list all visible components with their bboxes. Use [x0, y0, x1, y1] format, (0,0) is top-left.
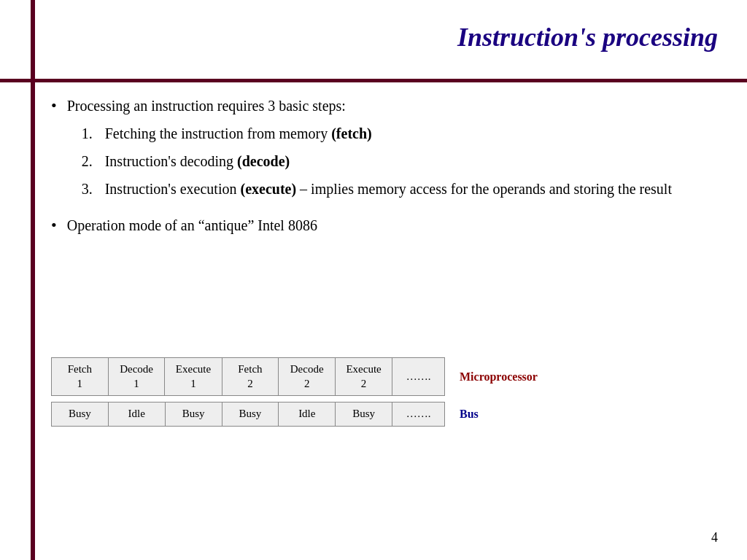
bus-cell-6: Busy — [336, 402, 392, 427]
bullet-dot-1: • — [51, 95, 57, 117]
sub-text-2: Instruction's decoding (decode) — [105, 150, 290, 172]
bullet-item-2: • Operation mode of an “antique” Intel 8… — [51, 214, 718, 237]
sub-text-1: Fetching the instruction from memory (fe… — [105, 122, 372, 144]
bullet-item-1: • Processing an instruction requires 3 b… — [51, 95, 718, 206]
main-content: • Processing an instruction requires 3 b… — [51, 95, 718, 246]
bullet-list: • Processing an instruction requires 3 b… — [51, 95, 718, 237]
microprocessor-row: Fetch1 Decode1 Execute1 Fetch2 Decode2 E… — [51, 357, 718, 396]
diagram-area: Fetch1 Decode1 Execute1 Fetch2 Decode2 E… — [51, 357, 718, 432]
sub-num-2: 2. — [82, 150, 99, 172]
bus-cell-5: Idle — [279, 402, 336, 427]
sub-text-3: Instruction's execution (execute) – impl… — [105, 178, 672, 200]
bullet-dot-2: • — [51, 214, 57, 237]
slide-title: Instruction's processing — [457, 23, 718, 52]
bus-cell-3: Busy — [165, 402, 222, 427]
mp-cell-4: Fetch2 — [222, 358, 279, 396]
sub-item-2: 2. Instruction's decoding (decode) — [82, 150, 718, 172]
bus-cell-4: Busy — [222, 402, 279, 427]
page-number: 4 — [711, 530, 718, 545]
bus-cell-1: Busy — [52, 402, 109, 427]
bus-table: Busy Idle Busy Busy Idle Busy ……. — [51, 402, 445, 427]
mp-cell-1: Fetch1 — [52, 358, 109, 396]
left-bar — [31, 0, 35, 560]
bullet-1-text: Processing an instruction requires 3 bas… — [67, 98, 346, 114]
mp-cell-6: Execute2 — [336, 358, 392, 396]
bus-cell-dots: ……. — [392, 402, 445, 427]
sub-item-3: 3. Instruction's execution (execute) – i… — [82, 178, 718, 200]
label-bus: Bus — [460, 408, 479, 421]
sub-item-1: 1. Fetching the instruction from memory … — [82, 122, 718, 144]
bullet-text-1: Processing an instruction requires 3 bas… — [67, 95, 718, 206]
sub-num-3: 3. — [82, 178, 99, 200]
mp-cell-5: Decode2 — [279, 358, 336, 396]
microprocessor-table: Fetch1 Decode1 Execute1 Fetch2 Decode2 E… — [51, 357, 445, 396]
bus-cell-2: Idle — [108, 402, 165, 427]
sub-num-1: 1. — [82, 122, 99, 144]
mp-cell-3: Execute1 — [165, 358, 222, 396]
bullet-2-text: Operation mode of an “antique” Intel 808… — [67, 214, 718, 236]
mp-cell-dots: ……. — [392, 358, 445, 396]
sub-list-1: 1. Fetching the instruction from memory … — [82, 122, 718, 200]
mp-cell-2: Decode1 — [108, 358, 165, 396]
top-bar — [0, 79, 747, 82]
bus-row: Busy Idle Busy Busy Idle Busy ……. Bus — [51, 402, 718, 427]
title-area: Instruction's processing — [457, 22, 718, 52]
label-microprocessor: Microprocessor — [460, 370, 538, 384]
